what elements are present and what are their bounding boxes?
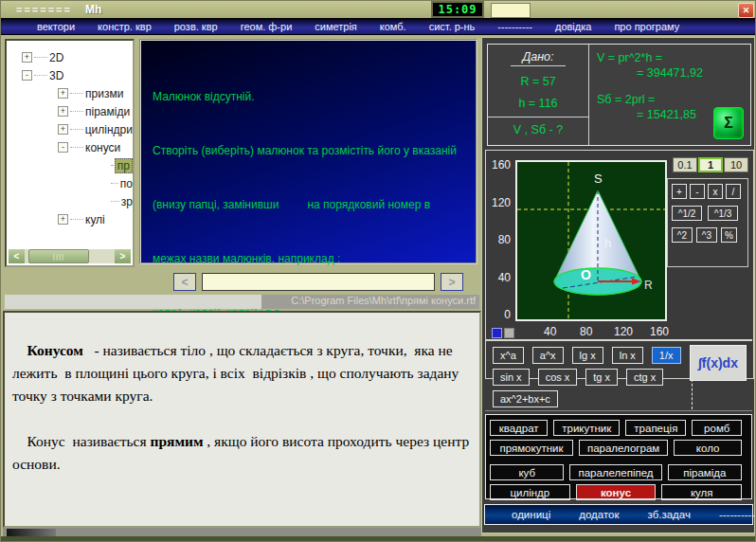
sigma-icon: Σ [724,115,733,132]
expand-icon[interactable]: + [58,106,68,117]
tree-node-label[interactable]: кулі [85,213,105,226]
close-button[interactable]: ✕ [738,3,754,18]
scale-0.1-button[interactable]: 0.1 [673,157,697,172]
tree-leaf-label[interactable]: по [120,177,133,190]
topic-tree: + 2D - 3D + призми + піраміди + циліндри… [5,39,135,267]
fn-ctg-button[interactable]: ctg x [626,369,663,386]
integral-button[interactable]: ∫f(x)dx [690,345,747,381]
op-multiply-button[interactable]: x [708,184,723,199]
op-percent-button[interactable]: % [721,227,737,243]
radius-label: R [644,279,653,292]
y-tick: 120 [492,196,511,209]
shape-circle-button[interactable]: коло [674,440,742,456]
op-square-button[interactable]: ^2 [672,227,693,243]
expand-icon[interactable]: + [58,88,68,99]
op-plus-button[interactable]: + [672,184,687,199]
shape-cube-button[interactable]: куб [490,464,564,480]
next-page-button[interactable]: > [441,273,463,291]
collapse-icon[interactable]: - [58,142,68,153]
menu-item-dashes[interactable]: ----------- [719,509,756,520]
tree-node-label[interactable]: 2D [49,51,63,64]
titlebar-blank-field[interactable] [491,3,531,18]
shape-parallelepiped-button[interactable]: паралелепіпед [569,464,661,480]
shape-triangle-button[interactable]: трикутник [553,420,620,436]
page-slider-track[interactable] [202,273,435,291]
fn-tg-button[interactable]: tg x [585,369,618,386]
tree-node-label[interactable]: конуси [85,141,120,154]
tree-node-label[interactable]: 3D [49,69,63,82]
fn-sin-button[interactable]: sin x [493,369,530,386]
shape-rhombus-button[interactable]: ромб [692,420,742,436]
tree-node-2d[interactable]: + 2D [7,48,133,66]
expand-icon[interactable]: + [58,214,68,225]
cone-drawing: S h O R [517,162,665,319]
op-cube-button[interactable]: ^3 [696,227,717,243]
op-divide-button[interactable]: / [726,184,741,199]
message-line: (внизу папці, замінивши на порядковий но… [153,196,464,214]
menu-item-symmetry[interactable]: симетрія [315,21,357,32]
rtf-path-statusbar: C:\Program Files\Mh\rtf\прямі конуси.rtf [5,295,479,309]
tree-leaf-po[interactable]: по [7,174,133,192]
expand-icon[interactable]: + [22,52,32,63]
menu-item-dashes[interactable]: ---------- [497,21,532,32]
tree-node-prisms[interactable]: + призми [7,84,133,102]
fn-quadratic-button[interactable]: ax^2+bx+c [493,390,558,407]
op-cbrt-button[interactable]: ^1/3 [708,206,738,221]
menu-item-units[interactable]: одиниці [512,509,550,520]
menu-item-geom-figures[interactable]: геом. ф-ри [241,21,293,32]
given-height-value: h = 116 [518,97,557,110]
x-tick: 40 [544,325,556,338]
menu-item-constr-kvr[interactable]: констр. квр [98,21,152,32]
scrollbar-thumb[interactable]: |||| [28,249,89,263]
scale-10-button[interactable]: 10 [724,157,748,172]
menu-item-about[interactable]: про програму [614,21,679,32]
shape-pyramid-button[interactable]: піраміда [668,464,742,480]
shape-square-button[interactable]: квадрат [490,420,548,436]
prev-page-button[interactable]: < [173,273,196,291]
collapse-icon[interactable]: - [22,70,32,81]
fn-a-pow-x-button[interactable]: a^x [532,347,564,364]
menu-item-help[interactable]: довідка [555,21,591,32]
shape-rectangle-button[interactable]: прямокутник [490,440,573,456]
tree-node-label[interactable]: циліндри [85,123,133,136]
legend-gray-swatch[interactable] [504,328,514,338]
legend-blue-swatch[interactable] [492,328,502,338]
expand-icon[interactable]: + [58,124,68,135]
menu-item-comb[interactable]: комб. [380,21,406,32]
tree-leaf-pr-selected[interactable]: пр [7,156,133,174]
fn-ln-button[interactable]: ln x [612,347,643,364]
fn-x-pow-a-button[interactable]: x^a [493,347,524,364]
tree-node-pyramids[interactable]: + піраміди [7,102,133,120]
tree-leaf-label[interactable]: зр [121,195,133,208]
fn-cos-button[interactable]: cos x [538,369,578,386]
scale-1-button-selected[interactable]: 1 [698,157,723,172]
tree-node-label[interactable]: піраміди [85,105,130,118]
menu-item-problem-set[interactable]: зб.задач [647,509,690,520]
tree-node-3d[interactable]: - 3D [7,66,133,84]
shape-parallelogram-button[interactable]: паралелограм [579,440,668,456]
tree-leaf-zr[interactable]: зр [7,192,133,210]
op-sqrt-button[interactable]: ^1/2 [672,206,702,221]
fn-reciprocal-button-active[interactable]: 1/x [652,347,681,364]
cone-figure: S h O R [515,160,667,321]
scroll-right-icon[interactable]: > [115,249,131,263]
compute-button[interactable]: Σ [713,107,744,139]
tree-node-cones[interactable]: - конуси [7,138,133,156]
op-minus-button[interactable]: - [690,184,705,199]
tree-horizontal-scrollbar[interactable]: < |||| > [9,249,131,263]
menu-item-appendix[interactable]: додаток [579,509,619,520]
menu-item-vectors[interactable]: вектори [37,21,75,32]
x-tick: 160 [650,325,669,338]
menu-item-syst-rn[interactable]: сист. р-нь [429,21,476,32]
shape-trapezoid-button[interactable]: трапеція [625,420,686,436]
tree-node-cylinders[interactable]: + циліндри [7,120,133,138]
tree-node-label[interactable]: призми [85,87,123,100]
given-title: Дано: [511,45,565,66]
fn-lg-button[interactable]: lg x [572,347,603,364]
operator-keypad: + - x / ^1/2 ^1/3 ^2 ^3 % [667,178,748,267]
tree-node-spheres[interactable]: + кулі [7,210,133,228]
menu-item-rozv-kvr[interactable]: розв. квр [174,21,218,32]
given-data-panel: Дано: R = 57 h = 116 V , Sб - ? V = pr^2… [487,44,751,146]
tree-leaf-label[interactable]: пр [115,158,133,173]
scroll-left-icon[interactable]: < [9,249,25,263]
